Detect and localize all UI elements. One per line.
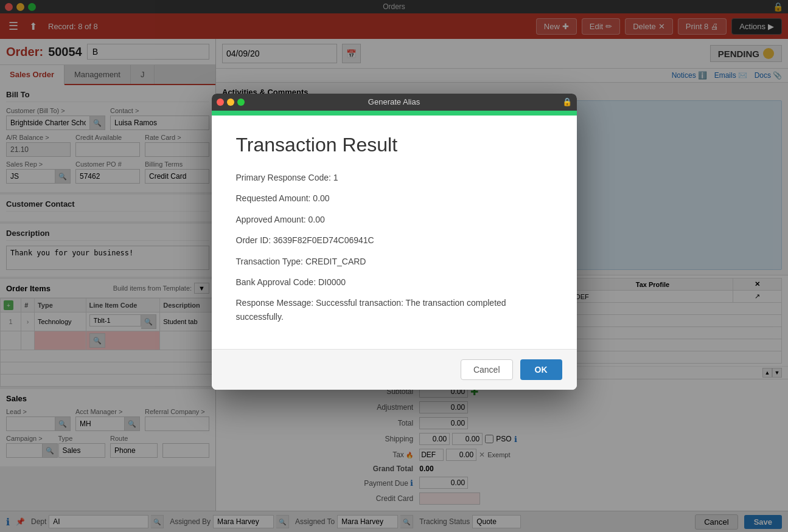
modal-body: Transaction Result Primary Response Code…: [212, 116, 577, 349]
modal-footer: Cancel OK: [212, 349, 577, 390]
modal-lock-icon: 🔒: [562, 97, 572, 106]
modal-ok-button[interactable]: OK: [520, 359, 562, 380]
modal-max-btn[interactable]: [237, 98, 245, 106]
modal-line1: Primary Response Code: 1: [236, 171, 553, 184]
modal: Generate Alias 🔒 Transaction Result Prim…: [212, 94, 577, 390]
modal-min-btn[interactable]: [227, 98, 234, 106]
modal-line5: Transaction Type: CREDIT_CARD: [236, 255, 553, 268]
modal-line3: Approved Amount: 0.00: [236, 213, 553, 226]
modal-green-bar: [212, 111, 577, 116]
modal-titlebar: Generate Alias 🔒: [212, 94, 577, 111]
modal-heading: Transaction Result: [236, 134, 553, 156]
modal-line6: Bank Approval Code: DI0000: [236, 275, 553, 289]
modal-line4: Order ID: 3639F82F0ED74C06941C: [236, 233, 553, 247]
modal-cancel-button[interactable]: Cancel: [461, 359, 513, 380]
modal-line2: Requested Amount: 0.00: [236, 192, 553, 205]
modal-title: Generate Alias: [368, 97, 420, 106]
modal-close-btn[interactable]: [217, 98, 224, 106]
modal-line7: Response Message: Successful transaction…: [236, 296, 553, 323]
modal-overlay: Generate Alias 🔒 Transaction Result Prim…: [0, 0, 788, 532]
